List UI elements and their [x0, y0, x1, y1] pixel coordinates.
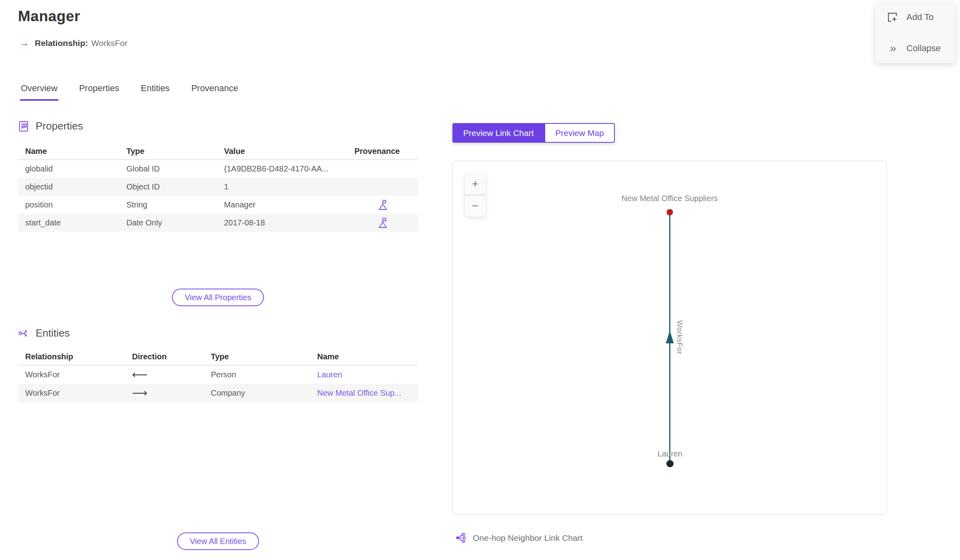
property-value: Manager — [217, 200, 347, 209]
zoom-in-button[interactable]: + — [465, 173, 485, 195]
entity-name-link[interactable]: Lauren — [317, 370, 342, 379]
chart-footer: One-hop Neighbor Link Chart — [456, 532, 582, 543]
tab-overview[interactable]: Overview — [20, 83, 58, 101]
collapse-label: Collapse — [906, 43, 941, 54]
property-name: position — [18, 200, 119, 209]
entity-direction-outgoing-icon: ⟶ — [125, 387, 204, 399]
entity-type: Person — [204, 370, 310, 379]
node-label-company[interactable]: New Metal Office Suppliers — [590, 194, 750, 203]
node-label-person[interactable]: Lauren — [630, 449, 710, 458]
tab-entities[interactable]: Entities — [140, 83, 170, 101]
preview-map-button[interactable]: Preview Map — [544, 123, 614, 143]
tab-provenance[interactable]: Provenance — [190, 83, 239, 101]
property-row: objectidObject ID1 — [18, 178, 418, 196]
column-header: Value — [217, 147, 347, 156]
property-name: objectid — [18, 182, 119, 191]
one-hop-link-chart-icon — [456, 532, 466, 543]
collapse-icon: » — [886, 42, 898, 54]
property-row: positionStringManager — [18, 196, 418, 214]
edge-label-worksfor: WorksFor — [675, 320, 684, 355]
add-to-label: Add To — [906, 12, 934, 22]
property-value: 1 — [217, 182, 347, 191]
column-header: Direction — [125, 352, 204, 361]
tab-properties[interactable]: Properties — [78, 83, 120, 101]
entity-direction-incoming-icon: ⟵ — [125, 368, 204, 381]
provenance-cell[interactable] — [347, 217, 418, 228]
property-type: Global ID — [119, 164, 217, 173]
view-all-entities-button[interactable]: View All Entities — [177, 532, 259, 550]
property-name: start_date — [18, 218, 119, 227]
properties-table: NameTypeValueProvenance globalidGlobal I… — [18, 143, 418, 232]
relationship-label: Relationship: — [35, 38, 88, 48]
add-to-icon — [886, 11, 898, 23]
properties-icon — [18, 120, 30, 132]
entity-type: Company — [204, 389, 310, 398]
entities-section-header: Entities — [18, 327, 70, 339]
preview-link-chart-button[interactable]: Preview Link Chart — [452, 123, 544, 143]
column-header: Name — [310, 352, 418, 361]
provenance-cell[interactable] — [347, 199, 418, 210]
provenance-flag-icon[interactable] — [378, 199, 388, 210]
relationship-value: WorksFor — [91, 38, 128, 48]
property-row: globalidGlobal ID{1A9DB2B6-D482-4170-AA.… — [18, 160, 418, 178]
page-title: Manager — [18, 8, 80, 25]
column-header: Provenance — [347, 147, 418, 156]
entity-row: WorksFor⟶CompanyNew Metal Office Sup... — [18, 384, 418, 402]
relationship-arrow-icon: → — [19, 38, 29, 48]
column-header: Type — [119, 147, 217, 156]
zoom-control: + − — [465, 173, 485, 217]
link-chart-graphics — [453, 161, 887, 515]
column-header: Type — [204, 352, 310, 361]
entities-icon — [18, 327, 30, 339]
detail-pane: Manager → Relationship: WorksFor Overvie… — [18, 0, 418, 560]
column-header: Relationship — [18, 352, 125, 361]
chart-footer-label: One-hop Neighbor Link Chart — [473, 533, 582, 543]
properties-table-header: NameTypeValueProvenance — [18, 143, 418, 160]
column-header: Name — [18, 147, 119, 156]
zoom-out-button[interactable]: − — [465, 195, 485, 217]
property-row: start_dateDate Only2017-08-18 — [18, 214, 418, 232]
relationship-subtitle: → Relationship: WorksFor — [19, 38, 128, 48]
node-dot-company — [667, 209, 673, 215]
property-type: Object ID — [119, 182, 217, 191]
entity-relationship: WorksFor — [18, 370, 125, 379]
provenance-flag-icon[interactable] — [378, 217, 388, 228]
properties-table-body: globalidGlobal ID{1A9DB2B6-D482-4170-AA.… — [18, 160, 418, 232]
relationship-detail-page: Manager → Relationship: WorksFor Overvie… — [0, 0, 960, 560]
actions-panel: Add To » Collapse — [875, 2, 955, 63]
link-chart-canvas[interactable]: New Metal Office Suppliers Lauren WorksF… — [452, 161, 887, 515]
node-dot-person — [666, 460, 674, 467]
property-type: Date Only — [119, 218, 217, 227]
entities-table-body: WorksFor⟵PersonLaurenWorksFor⟶CompanyNew… — [18, 365, 418, 402]
tab-bar: OverviewPropertiesEntitiesProvenance — [20, 83, 239, 101]
entities-section-title: Entities — [36, 327, 70, 339]
view-all-properties-button[interactable]: View All Properties — [172, 289, 264, 306]
property-value: {1A9DB2B6-D482-4170-AA... — [217, 164, 347, 173]
property-type: String — [119, 200, 217, 209]
add-to-button[interactable]: Add To — [886, 11, 934, 23]
entities-table-header: RelationshipDirectionTypeName — [18, 349, 418, 365]
properties-section-header: Properties — [18, 120, 83, 132]
properties-section-title: Properties — [36, 120, 83, 132]
collapse-button[interactable]: » Collapse — [886, 42, 941, 54]
entity-name-link[interactable]: New Metal Office Sup... — [317, 389, 401, 397]
preview-toggle: Preview Link Chart Preview Map — [452, 123, 615, 143]
property-name: globalid — [18, 164, 119, 173]
entity-relationship: WorksFor — [18, 389, 125, 398]
property-value: 2017-08-18 — [217, 218, 347, 227]
entities-table: RelationshipDirectionTypeName WorksFor⟵P… — [18, 349, 418, 402]
entity-row: WorksFor⟵PersonLauren — [18, 365, 418, 384]
